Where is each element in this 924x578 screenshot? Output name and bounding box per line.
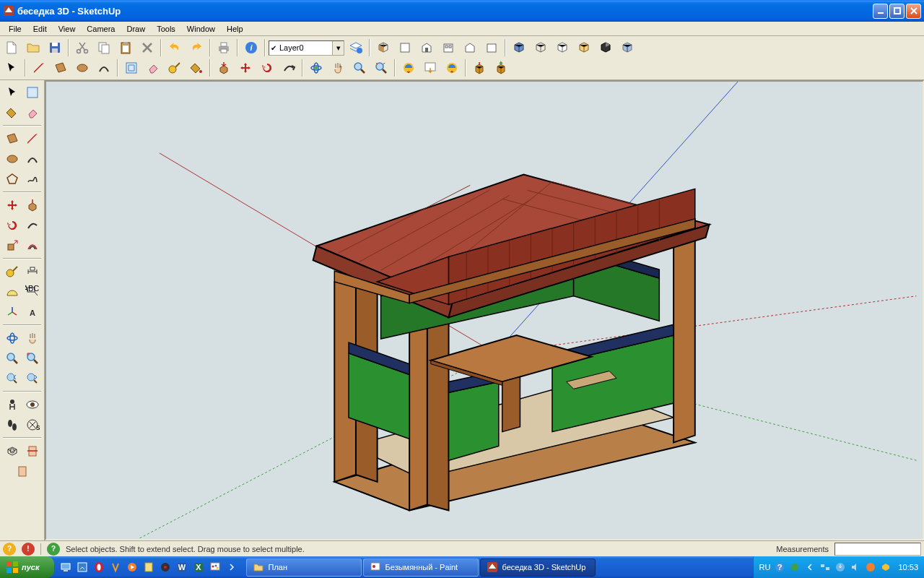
ql-winamp-icon[interactable] <box>108 560 123 574</box>
redo-button[interactable] <box>186 38 206 58</box>
ql-media-icon[interactable] <box>125 560 139 574</box>
ql-notes-icon[interactable] <box>141 560 156 574</box>
new-file-button[interactable] <box>1 38 22 58</box>
print-button[interactable] <box>214 38 234 58</box>
next-view-tool[interactable] <box>23 369 42 388</box>
right-view-button[interactable] <box>438 38 458 58</box>
line-tool[interactable] <box>23 129 42 148</box>
circle-tool[interactable] <box>3 150 22 168</box>
rectangle-button[interactable] <box>51 58 71 78</box>
open-file-button[interactable] <box>23 38 43 58</box>
select-button[interactable] <box>1 58 22 78</box>
copy-button[interactable] <box>94 38 114 58</box>
move-tool[interactable] <box>3 196 22 215</box>
save-button[interactable] <box>45 38 65 58</box>
arc-tool[interactable] <box>23 150 42 168</box>
get-models-button[interactable] <box>398 58 419 78</box>
layer-dropdown[interactable]: ✔ Layer0 ▾ <box>269 40 344 56</box>
tray-network-icon[interactable] <box>819 561 831 573</box>
shaded-button[interactable] <box>531 38 551 58</box>
polygon-tool[interactable] <box>3 170 22 189</box>
pan-tool[interactable] <box>23 329 42 348</box>
look-around-tool[interactable] <box>23 395 42 414</box>
xray-button[interactable] <box>617 38 637 58</box>
menu-edit[interactable]: Edit <box>27 23 53 35</box>
zoom-extents-button[interactable] <box>371 58 391 78</box>
walk-tool[interactable] <box>3 415 22 434</box>
menu-file[interactable]: File <box>3 23 27 35</box>
line-button[interactable] <box>29 58 49 78</box>
task-item-plan[interactable]: План <box>246 558 362 577</box>
dimension-tool[interactable] <box>23 262 42 281</box>
status-help-icon[interactable]: ? <box>47 543 60 556</box>
menu-window[interactable]: Window <box>181 23 221 35</box>
move-button[interactable] <box>235 58 256 78</box>
cut-button[interactable] <box>72 38 92 58</box>
layer-manager-button[interactable] <box>346 38 366 58</box>
ql-excel-icon[interactable]: X <box>191 560 206 574</box>
status-tip-icon[interactable]: ? <box>3 543 16 556</box>
ql-opera-icon[interactable] <box>92 560 106 574</box>
menu-tools[interactable]: Tools <box>151 23 181 35</box>
zoom-extents-tool[interactable] <box>23 349 42 368</box>
push-pull-button[interactable] <box>214 58 234 78</box>
close-button[interactable] <box>906 4 921 19</box>
menu-camera[interactable]: Camera <box>81 23 121 35</box>
section-cut-tool[interactable] <box>23 441 42 460</box>
followme-tool[interactable] <box>23 216 42 235</box>
language-indicator[interactable]: RU <box>759 563 771 571</box>
tape-tool[interactable] <box>3 262 22 281</box>
zoom-tool[interactable] <box>3 349 22 368</box>
ql-expand-icon[interactable] <box>225 560 239 574</box>
paste-button[interactable] <box>116 38 136 58</box>
clock[interactable]: 10:53 <box>898 563 918 571</box>
pan-button[interactable] <box>328 58 348 78</box>
wireframe-button[interactable] <box>552 38 572 58</box>
position-camera-tool[interactable] <box>3 395 22 414</box>
paint-tool[interactable] <box>3 103 22 122</box>
section-plane-tool[interactable]: s <box>23 415 42 434</box>
task-item-paint[interactable]: Безымянный - Paint <box>363 558 479 577</box>
warehouse-button[interactable] <box>469 58 489 78</box>
pushpull-tool[interactable] <box>23 196 42 215</box>
monochrome-button[interactable] <box>596 38 616 58</box>
share-model-button[interactable] <box>420 58 440 78</box>
orbit-button[interactable] <box>306 58 326 78</box>
status-warning-icon[interactable]: ! <box>22 543 35 556</box>
rectangle-tool[interactable] <box>3 129 22 148</box>
ql-paint-icon[interactable] <box>208 560 222 574</box>
top-view-button[interactable] <box>395 38 415 58</box>
iso-view-button[interactable] <box>373 38 393 58</box>
protractor-tool[interactable] <box>3 282 22 301</box>
minimize-button[interactable] <box>873 4 888 19</box>
tray-collapse-icon[interactable] <box>804 561 816 573</box>
offset-tool[interactable] <box>23 236 42 255</box>
tray-help-icon[interactable]: ? <box>774 561 785 573</box>
orbit-tool[interactable] <box>3 329 22 348</box>
make-component-button[interactable] <box>121 58 141 78</box>
eraser-button[interactable] <box>143 58 163 78</box>
follow-me-button[interactable] <box>279 58 299 78</box>
rotate-tool[interactable] <box>3 216 22 235</box>
tray-antivirus-icon[interactable] <box>865 561 876 573</box>
undo-button[interactable] <box>165 38 185 58</box>
scale-tool[interactable] <box>3 236 22 255</box>
menu-help[interactable]: Help <box>221 23 249 35</box>
hidden-line-button[interactable] <box>574 38 594 58</box>
tray-volume-icon[interactable] <box>850 561 861 573</box>
axes-tool[interactable] <box>3 303 22 322</box>
ql-word-icon[interactable]: W <box>175 560 189 574</box>
menu-draw[interactable]: Draw <box>121 23 151 35</box>
component-tool[interactable] <box>23 83 42 102</box>
eraser-tool[interactable] <box>23 103 42 122</box>
shaded-textures-button[interactable] <box>509 38 529 58</box>
paint-bucket-button[interactable] <box>186 58 206 78</box>
delete-button[interactable] <box>137 38 157 58</box>
task-item-sketchup[interactable]: беседка 3D - SketchUp <box>480 558 596 577</box>
section-display-tool[interactable] <box>3 441 22 460</box>
front-view-button[interactable] <box>417 38 437 58</box>
tray-download-icon[interactable] <box>834 561 846 573</box>
3dtext-tool[interactable]: A <box>23 303 42 322</box>
zoom-button[interactable] <box>349 58 370 78</box>
ql-show-desktop-icon[interactable] <box>75 560 90 574</box>
